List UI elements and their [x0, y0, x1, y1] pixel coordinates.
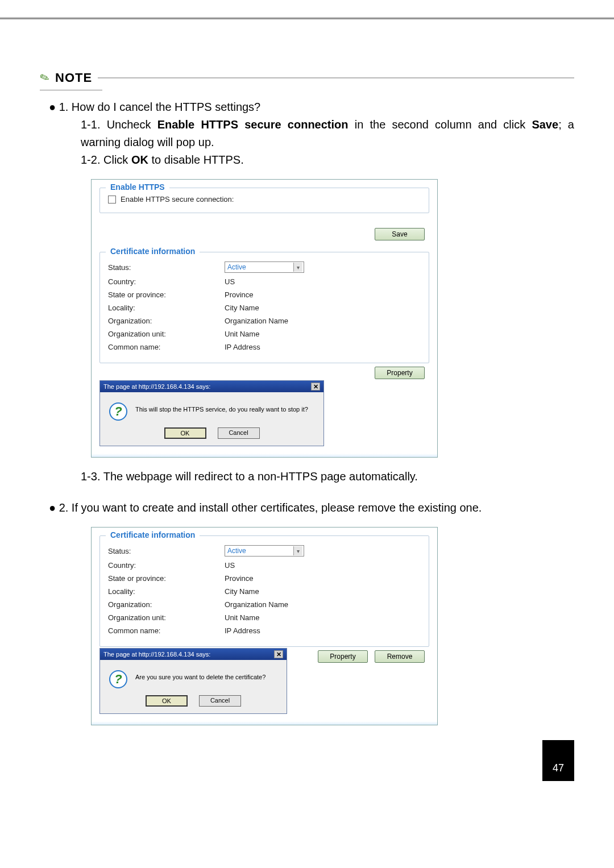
screenshot-disable-https: Enable HTTPS Enable HTTPS secure connect…	[91, 179, 438, 458]
close-icon[interactable]: ✕	[274, 650, 283, 658]
value-org: Organization Name	[225, 600, 288, 609]
screenshot-remove-cert: Certificate information Status: Active▾ …	[91, 527, 438, 725]
page-footer: 47	[40, 736, 574, 781]
question-icon: ?	[109, 670, 127, 688]
legend-cert-info: Certificate information	[106, 530, 200, 539]
value-common: IP Address	[225, 343, 260, 351]
cancel-button[interactable]: Cancel	[218, 427, 260, 439]
q1-2-prefix: 1-2. Click	[81, 153, 131, 166]
status-value: Active	[227, 263, 246, 271]
q1-intro: ● 1. How do I cancel the HTTPS settings?	[60, 98, 574, 116]
q1-step1: 1-1. Uncheck Enable HTTPS secure connect…	[81, 116, 574, 151]
q2: ● 2. If you want to create and install o…	[60, 499, 574, 517]
value-common: IP Address	[225, 626, 260, 635]
chevron-down-icon: ▾	[293, 263, 302, 272]
value-country: US	[225, 277, 235, 286]
status-select[interactable]: Active▾	[225, 545, 304, 556]
label-locality: Locality:	[108, 304, 225, 312]
value-org-unit: Unit Name	[225, 330, 259, 338]
value-org-unit: Unit Name	[225, 613, 259, 622]
enable-https-checkbox-label: Enable HTTPS secure connection:	[121, 195, 234, 203]
cancel-button[interactable]: Cancel	[199, 695, 241, 707]
dialog-titlebar: The page at http://192.168.4.134 says: ✕	[100, 649, 287, 660]
property-button[interactable]: Property	[375, 367, 425, 379]
close-icon[interactable]: ✕	[311, 383, 320, 391]
label-status: Status:	[108, 547, 225, 555]
ok-button[interactable]: OK	[164, 427, 206, 439]
label-org: Organization:	[108, 317, 225, 325]
q1-step2: 1-2. Click OK to disable HTTPS.	[81, 151, 574, 169]
fieldset-cert-info-2: Certificate information Status: Active▾ …	[99, 535, 429, 647]
status-value: Active	[227, 547, 246, 555]
label-locality: Locality:	[108, 587, 225, 596]
note-heading: ✎ NOTE	[40, 70, 574, 85]
value-locality: City Name	[225, 587, 259, 596]
pen-icon: ✎	[38, 70, 51, 86]
dialog-title-text: The page at http://192.168.4.134 says:	[103, 651, 210, 658]
dialog-message: This will stop the HTTPS service, do you…	[135, 402, 308, 413]
legend-cert-info: Certificate information	[106, 247, 200, 256]
label-org: Organization:	[108, 600, 225, 609]
q1-2-bold: OK	[131, 153, 148, 166]
label-common: Common name:	[108, 343, 225, 351]
q1-1-bold2: Save	[532, 118, 558, 131]
label-org-unit: Organization unit:	[108, 330, 225, 338]
ok-button[interactable]: OK	[146, 695, 188, 707]
value-state: Province	[225, 574, 254, 583]
fieldset-enable-https: Enable HTTPS Enable HTTPS secure connect…	[99, 188, 429, 213]
page-content: ✎ NOTE ● 1. How do I cancel the HTTPS se…	[0, 17, 614, 804]
note-label: NOTE	[55, 70, 92, 85]
confirm-dialog-delete-cert: The page at http://192.168.4.134 says: ✕…	[99, 648, 429, 714]
value-country: US	[225, 561, 235, 570]
label-state: State or province:	[108, 574, 225, 583]
confirm-dialog-stop-https: The page at http://192.168.4.134 says: ✕…	[99, 380, 429, 446]
q1-1-mid: in the second column and click	[349, 118, 532, 131]
dialog-message: Are you sure you want to delete the cert…	[135, 670, 265, 680]
save-button[interactable]: Save	[375, 228, 425, 240]
chevron-down-icon: ▾	[293, 546, 302, 555]
status-select[interactable]: Active▾	[225, 261, 304, 273]
q1-2-suffix: to disable HTTPS.	[148, 153, 244, 166]
enable-https-checkbox-row: Enable HTTPS secure connection:	[108, 195, 421, 203]
label-country: Country:	[108, 277, 225, 286]
page-number: 47	[542, 740, 574, 781]
value-state: Province	[225, 290, 254, 299]
q1-1-prefix: 1-1. Uncheck	[81, 118, 157, 131]
value-locality: City Name	[225, 304, 259, 312]
legend-enable-https: Enable HTTPS	[106, 182, 169, 192]
label-common: Common name:	[108, 626, 225, 635]
question-icon: ?	[109, 402, 127, 421]
value-org: Organization Name	[225, 317, 288, 325]
label-state: State or province:	[108, 290, 225, 299]
note-underline	[40, 90, 102, 90]
fieldset-cert-info-1: Certificate information Status: Active▾ …	[99, 252, 429, 363]
q1-1-bold1: Enable HTTPS secure connection	[157, 118, 349, 131]
label-status: Status:	[108, 263, 225, 272]
label-country: Country:	[108, 561, 225, 570]
q1-step3: 1-3. The webpage will redirect to a non-…	[81, 468, 574, 485]
heading-rule	[98, 77, 574, 78]
label-org-unit: Organization unit:	[108, 613, 225, 622]
dialog-titlebar: The page at http://192.168.4.134 says: ✕	[100, 381, 323, 392]
enable-https-checkbox[interactable]	[108, 196, 116, 203]
dialog-title-text: The page at http://192.168.4.134 says:	[103, 383, 210, 390]
